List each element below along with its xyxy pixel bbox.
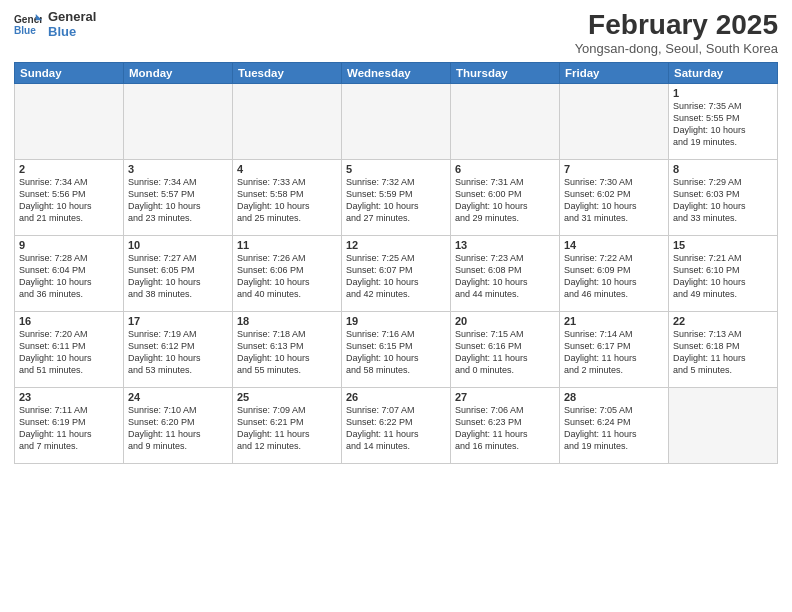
day-cell: 20Sunrise: 7:15 AM Sunset: 6:16 PM Dayli… (451, 311, 560, 387)
day-cell (233, 83, 342, 159)
page: General Blue General Blue February 2025 … (0, 0, 792, 612)
day-number: 27 (455, 391, 555, 403)
day-cell: 4Sunrise: 7:33 AM Sunset: 5:58 PM Daylig… (233, 159, 342, 235)
week-row-4: 16Sunrise: 7:20 AM Sunset: 6:11 PM Dayli… (15, 311, 778, 387)
title-block: February 2025 Yongsan-dong, Seoul, South… (575, 10, 778, 56)
day-cell (669, 387, 778, 463)
day-cell: 1Sunrise: 7:35 AM Sunset: 5:55 PM Daylig… (669, 83, 778, 159)
weekday-sunday: Sunday (15, 62, 124, 83)
day-cell: 11Sunrise: 7:26 AM Sunset: 6:06 PM Dayli… (233, 235, 342, 311)
day-number: 25 (237, 391, 337, 403)
day-cell (15, 83, 124, 159)
day-info: Sunrise: 7:29 AM Sunset: 6:03 PM Dayligh… (673, 176, 773, 225)
day-number: 24 (128, 391, 228, 403)
day-number: 14 (564, 239, 664, 251)
day-cell (560, 83, 669, 159)
day-cell: 12Sunrise: 7:25 AM Sunset: 6:07 PM Dayli… (342, 235, 451, 311)
logo: General Blue General Blue (14, 10, 96, 40)
weekday-friday: Friday (560, 62, 669, 83)
day-info: Sunrise: 7:13 AM Sunset: 6:18 PM Dayligh… (673, 328, 773, 377)
day-number: 12 (346, 239, 446, 251)
day-info: Sunrise: 7:10 AM Sunset: 6:20 PM Dayligh… (128, 404, 228, 453)
day-number: 19 (346, 315, 446, 327)
day-cell: 19Sunrise: 7:16 AM Sunset: 6:15 PM Dayli… (342, 311, 451, 387)
day-cell: 25Sunrise: 7:09 AM Sunset: 6:21 PM Dayli… (233, 387, 342, 463)
day-cell (451, 83, 560, 159)
weekday-wednesday: Wednesday (342, 62, 451, 83)
weekday-thursday: Thursday (451, 62, 560, 83)
weekday-tuesday: Tuesday (233, 62, 342, 83)
day-info: Sunrise: 7:23 AM Sunset: 6:08 PM Dayligh… (455, 252, 555, 301)
day-cell: 8Sunrise: 7:29 AM Sunset: 6:03 PM Daylig… (669, 159, 778, 235)
day-info: Sunrise: 7:05 AM Sunset: 6:24 PM Dayligh… (564, 404, 664, 453)
day-cell (342, 83, 451, 159)
day-info: Sunrise: 7:33 AM Sunset: 5:58 PM Dayligh… (237, 176, 337, 225)
day-info: Sunrise: 7:07 AM Sunset: 6:22 PM Dayligh… (346, 404, 446, 453)
day-cell: 10Sunrise: 7:27 AM Sunset: 6:05 PM Dayli… (124, 235, 233, 311)
day-number: 28 (564, 391, 664, 403)
day-info: Sunrise: 7:25 AM Sunset: 6:07 PM Dayligh… (346, 252, 446, 301)
day-cell: 2Sunrise: 7:34 AM Sunset: 5:56 PM Daylig… (15, 159, 124, 235)
day-number: 5 (346, 163, 446, 175)
day-number: 26 (346, 391, 446, 403)
day-cell: 9Sunrise: 7:28 AM Sunset: 6:04 PM Daylig… (15, 235, 124, 311)
day-info: Sunrise: 7:19 AM Sunset: 6:12 PM Dayligh… (128, 328, 228, 377)
day-info: Sunrise: 7:26 AM Sunset: 6:06 PM Dayligh… (237, 252, 337, 301)
day-info: Sunrise: 7:21 AM Sunset: 6:10 PM Dayligh… (673, 252, 773, 301)
day-info: Sunrise: 7:30 AM Sunset: 6:02 PM Dayligh… (564, 176, 664, 225)
day-cell: 3Sunrise: 7:34 AM Sunset: 5:57 PM Daylig… (124, 159, 233, 235)
header: General Blue General Blue February 2025 … (14, 10, 778, 56)
day-cell: 27Sunrise: 7:06 AM Sunset: 6:23 PM Dayli… (451, 387, 560, 463)
day-info: Sunrise: 7:20 AM Sunset: 6:11 PM Dayligh… (19, 328, 119, 377)
logo-icon: General Blue (14, 11, 42, 39)
day-cell (124, 83, 233, 159)
day-number: 21 (564, 315, 664, 327)
day-number: 22 (673, 315, 773, 327)
day-info: Sunrise: 7:34 AM Sunset: 5:57 PM Dayligh… (128, 176, 228, 225)
day-info: Sunrise: 7:16 AM Sunset: 6:15 PM Dayligh… (346, 328, 446, 377)
day-info: Sunrise: 7:11 AM Sunset: 6:19 PM Dayligh… (19, 404, 119, 453)
day-number: 20 (455, 315, 555, 327)
day-number: 7 (564, 163, 664, 175)
day-number: 9 (19, 239, 119, 251)
day-number: 6 (455, 163, 555, 175)
day-info: Sunrise: 7:14 AM Sunset: 6:17 PM Dayligh… (564, 328, 664, 377)
day-number: 23 (19, 391, 119, 403)
day-number: 17 (128, 315, 228, 327)
svg-text:Blue: Blue (14, 25, 36, 36)
day-cell: 14Sunrise: 7:22 AM Sunset: 6:09 PM Dayli… (560, 235, 669, 311)
day-number: 1 (673, 87, 773, 99)
day-info: Sunrise: 7:27 AM Sunset: 6:05 PM Dayligh… (128, 252, 228, 301)
day-info: Sunrise: 7:22 AM Sunset: 6:09 PM Dayligh… (564, 252, 664, 301)
day-cell: 18Sunrise: 7:18 AM Sunset: 6:13 PM Dayli… (233, 311, 342, 387)
weekday-monday: Monday (124, 62, 233, 83)
day-cell: 7Sunrise: 7:30 AM Sunset: 6:02 PM Daylig… (560, 159, 669, 235)
day-cell: 28Sunrise: 7:05 AM Sunset: 6:24 PM Dayli… (560, 387, 669, 463)
day-info: Sunrise: 7:15 AM Sunset: 6:16 PM Dayligh… (455, 328, 555, 377)
month-title: February 2025 (575, 10, 778, 41)
day-info: Sunrise: 7:32 AM Sunset: 5:59 PM Dayligh… (346, 176, 446, 225)
day-cell: 21Sunrise: 7:14 AM Sunset: 6:17 PM Dayli… (560, 311, 669, 387)
day-cell: 5Sunrise: 7:32 AM Sunset: 5:59 PM Daylig… (342, 159, 451, 235)
day-cell: 26Sunrise: 7:07 AM Sunset: 6:22 PM Dayli… (342, 387, 451, 463)
weekday-saturday: Saturday (669, 62, 778, 83)
day-cell: 15Sunrise: 7:21 AM Sunset: 6:10 PM Dayli… (669, 235, 778, 311)
calendar-table: SundayMondayTuesdayWednesdayThursdayFrid… (14, 62, 778, 464)
day-number: 8 (673, 163, 773, 175)
week-row-1: 1Sunrise: 7:35 AM Sunset: 5:55 PM Daylig… (15, 83, 778, 159)
day-number: 16 (19, 315, 119, 327)
day-cell: 13Sunrise: 7:23 AM Sunset: 6:08 PM Dayli… (451, 235, 560, 311)
day-number: 11 (237, 239, 337, 251)
day-number: 2 (19, 163, 119, 175)
day-number: 10 (128, 239, 228, 251)
day-info: Sunrise: 7:06 AM Sunset: 6:23 PM Dayligh… (455, 404, 555, 453)
week-row-3: 9Sunrise: 7:28 AM Sunset: 6:04 PM Daylig… (15, 235, 778, 311)
weekday-header-row: SundayMondayTuesdayWednesdayThursdayFrid… (15, 62, 778, 83)
day-cell: 22Sunrise: 7:13 AM Sunset: 6:18 PM Dayli… (669, 311, 778, 387)
day-cell: 23Sunrise: 7:11 AM Sunset: 6:19 PM Dayli… (15, 387, 124, 463)
day-info: Sunrise: 7:31 AM Sunset: 6:00 PM Dayligh… (455, 176, 555, 225)
day-cell: 17Sunrise: 7:19 AM Sunset: 6:12 PM Dayli… (124, 311, 233, 387)
day-cell: 16Sunrise: 7:20 AM Sunset: 6:11 PM Dayli… (15, 311, 124, 387)
day-info: Sunrise: 7:18 AM Sunset: 6:13 PM Dayligh… (237, 328, 337, 377)
day-cell: 6Sunrise: 7:31 AM Sunset: 6:00 PM Daylig… (451, 159, 560, 235)
